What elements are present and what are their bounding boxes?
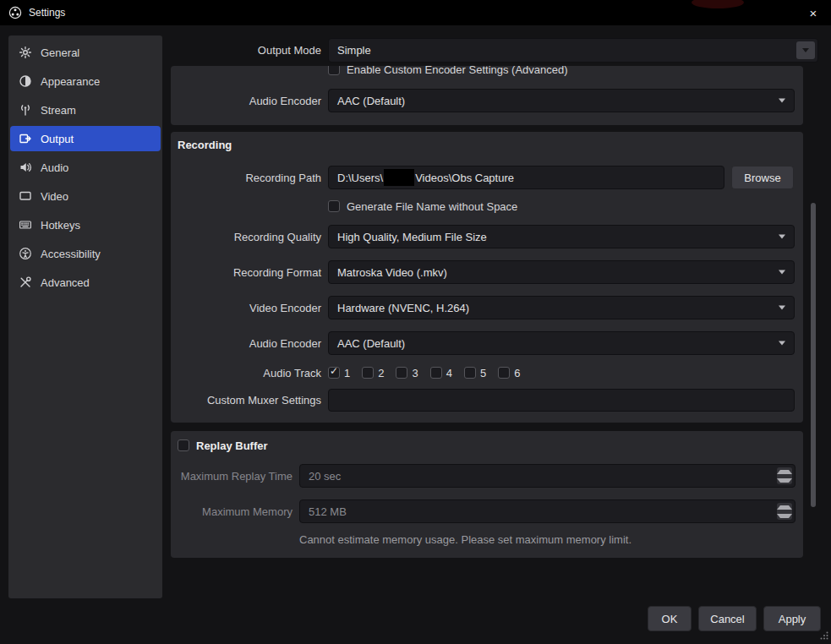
chevron-down-icon (777, 478, 792, 483)
generate-no-space-checkbox[interactable] (328, 200, 340, 212)
spin-down-button[interactable] (777, 511, 792, 520)
window-title: Settings (29, 7, 65, 19)
sidebar-item-label: Hotkeys (41, 219, 80, 232)
output-mode-label: Output Mode (171, 38, 321, 63)
video-encoder-value: Hardware (NVENC, H.264) (337, 302, 469, 314)
max-replay-time-spinner[interactable]: 20 sec (299, 464, 795, 488)
scrollbar[interactable] (811, 37, 816, 598)
sidebar-item-label: Video (41, 190, 68, 203)
recording-section-panel: Recording Recording Path D:\Users\Videos… (171, 132, 803, 423)
sidebar-item-advanced[interactable]: Advanced (10, 270, 161, 295)
recording-path-label: Recording Path (171, 166, 321, 189)
custom-encoder-label: Enable Custom Encoder Settings (Advanced… (347, 66, 568, 76)
recording-audio-encoder-select[interactable]: AAC (Default) (328, 331, 795, 355)
replay-buffer-checkbox[interactable] (178, 439, 189, 451)
output-icon (19, 132, 32, 145)
audio-track-1-label: 1 (344, 367, 350, 379)
sidebar-item-label: Appearance (41, 75, 100, 88)
custom-muxer-input[interactable] (328, 389, 795, 412)
replay-buffer-header: Replay Buffer (178, 438, 268, 453)
sidebar-item-general[interactable]: General (10, 40, 161, 65)
sidebar-item-label: Stream (41, 104, 76, 117)
recording-path-input[interactable]: D:\Users\Videos\Obs Capture (328, 166, 724, 189)
sidebar-item-stream[interactable]: Stream (10, 97, 161, 123)
settings-window: Settings × General Appearance Stream Out… (0, 0, 831, 644)
resize-grip-icon[interactable] (820, 630, 828, 642)
audio-track-row: 1 2 3 4 5 6 (328, 365, 532, 380)
audio-track-6: 6 (498, 367, 520, 379)
sidebar-item-accessibility[interactable]: Accessibility (10, 241, 161, 266)
sidebar-item-hotkeys[interactable]: Hotkeys (10, 212, 161, 237)
recording-path-prefix: D:\Users\ (337, 172, 383, 184)
stream-audio-encoder-value: AAC (Default) (337, 95, 405, 107)
recording-format-value: Matroska Video (.mkv) (337, 266, 447, 279)
sidebar-item-appearance[interactable]: Appearance (10, 68, 161, 94)
audio-track-4-checkbox[interactable] (430, 367, 442, 379)
chevron-down-icon (779, 235, 785, 239)
speaker-icon (19, 161, 32, 174)
audio-track-3-checkbox[interactable] (396, 367, 407, 379)
chevron-down-icon (802, 48, 809, 52)
audio-track-5-checkbox[interactable] (464, 367, 476, 379)
stream-audio-encoder-select[interactable]: AAC (Default) (328, 89, 795, 112)
close-button[interactable]: × (795, 0, 831, 25)
gear-icon (19, 46, 32, 59)
audio-track-3-label: 3 (412, 367, 418, 379)
spin-up-button[interactable] (777, 467, 792, 476)
sidebar-item-label: Audio (41, 161, 68, 174)
chevron-down-icon (777, 514, 792, 518)
chevron-down-icon (779, 99, 785, 103)
audio-track-1-checkbox[interactable] (328, 367, 340, 379)
spin-up-button[interactable] (777, 503, 792, 511)
display-icon (19, 189, 32, 203)
sidebar-item-video[interactable]: Video (10, 183, 161, 209)
audio-track-4: 4 (430, 367, 452, 379)
custom-encoder-checkbox[interactable] (328, 66, 340, 75)
generate-no-space-label: Generate File Name without Space (347, 200, 517, 213)
redaction-box (384, 169, 414, 186)
output-mode-value: Simple (337, 44, 371, 57)
max-memory-label: Maximum Memory (171, 499, 292, 523)
appearance-icon (19, 74, 32, 88)
recording-path-suffix: Videos\Obs Capture (415, 172, 514, 184)
recording-audio-encoder-value: AAC (Default) (337, 337, 405, 350)
max-replay-time-value: 20 sec (309, 470, 341, 483)
recording-format-select[interactable]: Matroska Video (.mkv) (328, 260, 795, 284)
audio-track-4-label: 4 (446, 367, 452, 379)
output-mode-select[interactable]: Simple (328, 38, 818, 63)
audio-encoder-label: Audio Encoder (171, 331, 321, 355)
titlebar: Settings × (0, 0, 831, 25)
chevron-down-icon (779, 270, 785, 275)
apply-button[interactable]: Apply (763, 606, 821, 631)
audio-track-2-label: 2 (378, 367, 384, 379)
spinner-buttons (777, 467, 792, 484)
keyboard-icon (19, 218, 32, 232)
video-encoder-select[interactable]: Hardware (NVENC, H.264) (328, 296, 795, 319)
redaction-smudge (692, 0, 744, 8)
sidebar-item-audio[interactable]: Audio (10, 155, 161, 180)
audio-track-5-label: 5 (480, 367, 486, 379)
sidebar-item-label: Accessibility (41, 248, 101, 260)
recording-format-label: Recording Format (171, 260, 321, 284)
sidebar-item-output[interactable]: Output (10, 126, 161, 151)
ok-button[interactable]: OK (648, 606, 692, 631)
audio-track-6-label: 6 (514, 367, 520, 379)
audio-track-label: Audio Track (171, 365, 321, 380)
scrollbar-thumb[interactable] (811, 203, 816, 507)
recording-quality-label: Recording Quality (171, 225, 321, 248)
cancel-button[interactable]: Cancel (698, 606, 757, 631)
max-replay-time-label: Maximum Replay Time (171, 464, 292, 488)
recording-quality-select[interactable]: High Quality, Medium File Size (328, 225, 795, 248)
replay-buffer-title: Replay Buffer (196, 439, 268, 452)
browse-button[interactable]: Browse (731, 166, 794, 189)
chevron-up-icon (777, 505, 792, 510)
audio-track-1: 1 (328, 367, 350, 379)
max-memory-spinner[interactable]: 512 MB (299, 499, 795, 523)
audio-track-2-checkbox[interactable] (362, 367, 374, 379)
spin-down-button[interactable] (777, 476, 792, 484)
accessibility-icon (19, 247, 32, 260)
antenna-icon (19, 103, 32, 117)
audio-track-6-checkbox[interactable] (498, 367, 510, 379)
chevron-up-icon (777, 470, 792, 474)
recording-section-title: Recording (178, 139, 232, 151)
